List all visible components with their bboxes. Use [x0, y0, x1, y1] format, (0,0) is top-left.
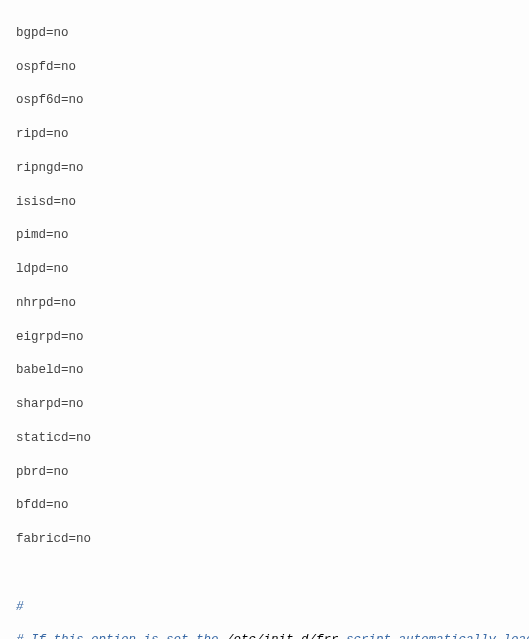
daemon-line: bgpd=no [16, 25, 513, 42]
comment-line: # If this option is set the /etc/init.d/… [16, 632, 513, 639]
daemon-line: ldpd=no [16, 261, 513, 278]
daemon-line: nhrpd=no [16, 295, 513, 312]
daemon-line: pimd=no [16, 227, 513, 244]
daemon-line: staticd=no [16, 430, 513, 447]
blank-line [16, 565, 513, 582]
daemon-line: sharpd=no [16, 396, 513, 413]
daemon-line: ospf6d=no [16, 92, 513, 109]
daemon-line: bfdd=no [16, 497, 513, 514]
daemon-line: fabricd=no [16, 531, 513, 548]
daemon-line: pbrd=no [16, 464, 513, 481]
daemon-line: ripngd=no [16, 160, 513, 177]
daemon-line: isisd=no [16, 194, 513, 211]
daemon-line: babeld=no [16, 362, 513, 379]
config-code-block: bgpd=no ospfd=no ospf6d=no ripd=no ripng… [0, 0, 529, 639]
daemon-line: eigrpd=no [16, 329, 513, 346]
comment-line: # [16, 599, 513, 616]
daemon-line: ripd=no [16, 126, 513, 143]
daemon-line: ospfd=no [16, 59, 513, 76]
